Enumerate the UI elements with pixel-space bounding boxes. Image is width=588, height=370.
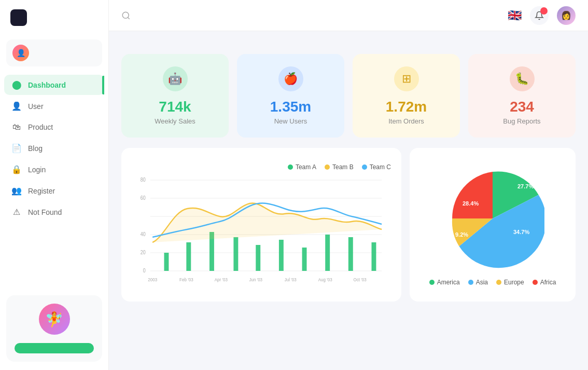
- sidebar-bottom: 🧚: [0, 287, 108, 370]
- asia-dot: [468, 280, 473, 285]
- sidebar-item-login[interactable]: 🔒 Login: [4, 159, 104, 180]
- pie-legend-america: America: [429, 279, 460, 286]
- bug-reports-label: Bug Reports: [503, 117, 540, 125]
- sidebar-item-not-found[interactable]: ⚠ Not Found: [4, 202, 104, 222]
- chart-legend: Team A Team B Team C: [132, 163, 391, 171]
- svg-text:0: 0: [143, 268, 146, 274]
- new-users-icon: 🍎: [278, 66, 303, 91]
- user-top-avatar[interactable]: 👩: [557, 6, 576, 25]
- sidebar-item-user[interactable]: 👤 User: [4, 96, 104, 116]
- topbar: 🇬🇧 👩: [109, 0, 588, 31]
- america-label: America: [437, 279, 460, 286]
- nav-label-register: Register: [28, 187, 55, 195]
- africa-dot: [533, 280, 538, 285]
- svg-text:27.7%: 27.7%: [517, 183, 534, 189]
- svg-text:9.2%: 9.2%: [455, 231, 468, 238]
- pie-chart: 27.7% 34.7% 9.2% 28.4%: [441, 167, 544, 270]
- svg-rect-13: [164, 253, 169, 271]
- svg-text:80: 80: [141, 177, 146, 183]
- team-b-dot: [325, 165, 330, 170]
- pie-legend-africa: Africa: [533, 279, 556, 286]
- stat-cards: 🤖 714k Weekly Sales 🍎 1.35m New Users ⊞ …: [121, 54, 576, 138]
- stat-card-bug-reports: 🐛 234 Bug Reports: [468, 54, 576, 138]
- new-users-value: 1.35m: [270, 99, 311, 115]
- legend-team-a: Team A: [288, 163, 316, 171]
- svg-rect-20: [325, 235, 330, 271]
- svg-text:Oct '03: Oct '03: [354, 277, 367, 283]
- sidebar: 👤 ⬤ Dashboard 👤 User 🛍 Product 📄 Blog 🔒 …: [0, 0, 109, 370]
- bottom-section: Team A Team B Team C 80 60 40 20: [121, 148, 576, 302]
- item-orders-value: 1.72m: [386, 99, 427, 115]
- svg-text:28.4%: 28.4%: [463, 200, 479, 207]
- search-icon: [121, 11, 131, 20]
- pie-legend: America Asia Europe Africa: [420, 279, 565, 286]
- team-a-dot: [288, 165, 293, 170]
- stat-card-item-orders: ⊞ 1.72m Item Orders: [353, 54, 460, 138]
- weekly-sales-value: 714k: [159, 99, 191, 115]
- svg-text:Aug '03: Aug '03: [318, 277, 332, 283]
- svg-rect-14: [186, 242, 191, 271]
- svg-line-1: [128, 17, 129, 19]
- legend-team-b: Team B: [325, 163, 354, 171]
- stat-card-new-users: 🍎 1.35m New Users: [237, 54, 344, 138]
- user-card[interactable]: 👤: [6, 39, 102, 66]
- register-icon: 👥: [11, 186, 22, 196]
- sidebar-item-register[interactable]: 👥 Register: [4, 181, 104, 201]
- africa-label: Africa: [540, 279, 556, 286]
- promo-avatar: 🧚: [39, 304, 70, 335]
- sidebar-item-product[interactable]: 🛍 Product: [4, 117, 104, 137]
- svg-text:60: 60: [141, 195, 146, 201]
- svg-rect-22: [372, 242, 376, 271]
- current-visits-card: 27.7% 34.7% 9.2% 28.4% America Asia Euro…: [410, 148, 576, 302]
- nav-label-not-found: Not Found: [28, 208, 62, 216]
- notification-badge: [540, 7, 548, 15]
- website-visits-card: Team A Team B Team C 80 60 40 20: [121, 148, 401, 302]
- line-chart: 80 60 40 20 0: [132, 175, 391, 289]
- logo: [0, 0, 108, 35]
- america-dot: [429, 280, 435, 285]
- team-c-label: Team C: [370, 163, 391, 171]
- pie-legend-asia: Asia: [468, 279, 488, 286]
- main-area: 🇬🇧 👩 🤖 714k Weekly Sales 🍎 1.35m New Use…: [109, 0, 588, 370]
- svg-rect-17: [256, 245, 260, 271]
- team-c-dot: [362, 165, 367, 170]
- weekly-sales-label: Weekly Sales: [155, 117, 195, 125]
- sidebar-item-dashboard[interactable]: ⬤ Dashboard: [4, 75, 104, 95]
- nav-label-user: User: [28, 102, 44, 111]
- pie-legend-europe: Europe: [496, 279, 524, 286]
- content-area: 🤖 714k Weekly Sales 🍎 1.35m New Users ⊞ …: [109, 31, 588, 370]
- upgrade-button[interactable]: [15, 343, 94, 353]
- search-box[interactable]: [121, 11, 131, 20]
- topbar-right: 🇬🇧 👩: [508, 6, 576, 25]
- svg-text:34.7%: 34.7%: [513, 229, 529, 235]
- svg-text:20: 20: [141, 250, 146, 256]
- svg-rect-18: [279, 240, 284, 271]
- svg-text:Apr '03: Apr '03: [215, 277, 228, 283]
- svg-text:40: 40: [141, 231, 146, 238]
- user-icon: 👤: [11, 101, 22, 111]
- team-b-label: Team B: [332, 163, 354, 171]
- bug-reports-icon: 🐛: [510, 66, 535, 91]
- asia-label: Asia: [476, 279, 488, 286]
- item-orders-icon: ⊞: [394, 66, 419, 91]
- language-flag[interactable]: 🇬🇧: [508, 9, 522, 22]
- team-a-label: Team A: [296, 163, 316, 171]
- item-orders-label: Item Orders: [388, 117, 424, 125]
- svg-text:2003: 2003: [148, 277, 157, 283]
- logo-icon: [10, 9, 27, 26]
- avatar: 👤: [12, 45, 29, 61]
- svg-text:Jul '03: Jul '03: [285, 277, 297, 283]
- bug-reports-value: 234: [510, 99, 534, 115]
- new-users-label: New Users: [274, 117, 307, 125]
- nav-label-product: Product: [28, 123, 53, 131]
- sidebar-item-blog[interactable]: 📄 Blog: [4, 138, 104, 158]
- nav-label-login: Login: [28, 166, 46, 174]
- svg-rect-19: [302, 248, 307, 271]
- not-found-icon: ⚠: [11, 207, 22, 217]
- weekly-sales-icon: 🤖: [163, 66, 188, 91]
- svg-text:Feb '03: Feb '03: [179, 277, 193, 283]
- blog-icon: 📄: [11, 143, 22, 153]
- dashboard-icon: ⬤: [11, 80, 22, 90]
- notifications-button[interactable]: [530, 6, 549, 25]
- nav-menu: ⬤ Dashboard 👤 User 🛍 Product 📄 Blog 🔒 Lo…: [0, 75, 108, 287]
